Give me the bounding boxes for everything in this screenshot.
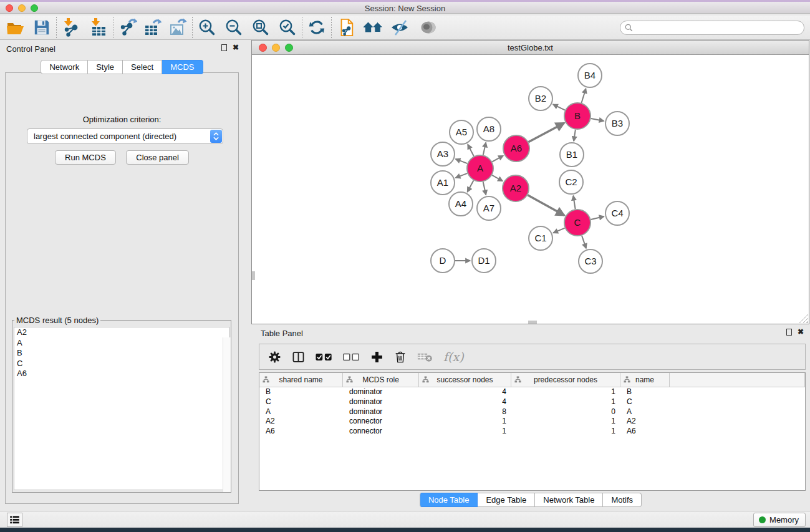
delete-table-button[interactable] <box>417 351 433 362</box>
graph-node-D1[interactable]: D1 <box>472 249 496 273</box>
import-network-button[interactable] <box>60 17 82 38</box>
graph-node-A[interactable]: A <box>467 155 493 181</box>
table-cell[interactable]: 1 <box>511 417 620 427</box>
table-cell[interactable]: A2 <box>259 417 343 427</box>
task-history-button[interactable] <box>7 513 22 527</box>
save-session-button[interactable] <box>31 17 52 38</box>
graph-node-C2[interactable]: C2 <box>559 170 583 194</box>
open-session-button[interactable] <box>5 17 26 38</box>
graph-node-A2[interactable]: A2 <box>503 175 529 201</box>
export-table-button[interactable] <box>142 17 163 38</box>
criterion-select[interactable]: largest connected component (directed) <box>27 128 223 144</box>
table-cell[interactable]: dominator <box>343 397 419 407</box>
graph-edge-A-A8[interactable] <box>483 142 486 155</box>
result-item[interactable]: A6 <box>14 369 229 379</box>
table-cell[interactable]: dominator <box>343 387 419 397</box>
graph-edge-A6-B[interactable] <box>528 123 564 142</box>
import-table-button[interactable] <box>88 17 109 38</box>
result-item[interactable]: A2 <box>14 327 229 338</box>
table-row[interactable]: A6connector11A6 <box>259 427 805 437</box>
tab-style[interactable]: Style <box>88 60 123 74</box>
graph-edge-A-A5[interactable] <box>468 145 474 157</box>
result-item[interactable]: B <box>14 348 229 359</box>
table-cell[interactable]: connector <box>343 417 419 427</box>
column-header-name[interactable]: name <box>620 373 670 387</box>
graph-edge-A-A3[interactable] <box>456 159 468 163</box>
column-header-shared-name[interactable]: shared name <box>259 373 343 387</box>
table-cell[interactable]: A6 <box>259 427 343 437</box>
graph-node-B2[interactable]: B2 <box>529 87 552 110</box>
tab-network-table[interactable]: Network Table <box>535 493 603 507</box>
tab-node-table[interactable]: Node Table <box>420 493 478 507</box>
zoom-selected-button[interactable] <box>277 17 298 38</box>
table-cell[interactable]: 0 <box>511 407 620 417</box>
deselect-all-checkboxes-button[interactable] <box>343 352 360 362</box>
table-cell[interactable]: connector <box>343 427 419 437</box>
table-cell[interactable]: B <box>259 387 343 397</box>
graph-edge-C-C3[interactable] <box>582 236 586 248</box>
tab-network[interactable]: Network <box>41 60 88 74</box>
graph-node-B1[interactable]: B1 <box>560 143 584 167</box>
column-header-mcds-role[interactable]: MCDS role <box>343 373 419 387</box>
show-graphics-details-button[interactable] <box>418 17 439 38</box>
table-cell[interactable]: 4 <box>419 397 511 407</box>
graph-edge-B-B4[interactable] <box>581 89 586 103</box>
graph-edge-B-B1[interactable] <box>574 130 576 141</box>
graph-edge-C-C4[interactable] <box>591 216 604 220</box>
graph-node-A6[interactable]: A6 <box>503 135 529 162</box>
graph-node-A3[interactable]: A3 <box>431 142 455 166</box>
close-panel-icon[interactable]: ✖ <box>233 44 239 51</box>
add-row-button[interactable] <box>370 351 383 364</box>
memory-button[interactable]: Memory <box>753 513 806 527</box>
graph-edge-A-A1[interactable] <box>456 173 468 178</box>
graph-edge-B-B2[interactable] <box>553 104 565 110</box>
graph-node-C3[interactable]: C3 <box>579 249 602 273</box>
table-cell[interactable]: 1 <box>511 387 620 397</box>
table-cell[interactable]: 1 <box>511 427 620 437</box>
graph-node-A4[interactable]: A4 <box>449 192 473 216</box>
tab-edge-table[interactable]: Edge Table <box>478 493 535 507</box>
export-image-button[interactable] <box>167 17 188 38</box>
column-header-successor-nodes[interactable]: successor nodes <box>419 373 511 387</box>
delete-row-button[interactable] <box>394 350 407 364</box>
table-cell[interactable]: A2 <box>620 417 670 427</box>
search-input[interactable] <box>633 24 804 32</box>
network-hscroll[interactable] <box>528 321 537 324</box>
zoom-in-button[interactable] <box>196 17 218 38</box>
search-field[interactable] <box>620 21 804 35</box>
float-panel-icon[interactable] <box>221 44 227 51</box>
table-options-button[interactable] <box>268 351 281 364</box>
graph-node-C4[interactable]: C4 <box>605 201 629 225</box>
close-table-panel-icon[interactable]: ✖ <box>798 329 804 336</box>
graph-edge-C-C2[interactable] <box>573 196 575 210</box>
result-item[interactable]: C <box>14 359 229 369</box>
table-cell[interactable]: 1 <box>419 417 511 427</box>
select-all-checkboxes-button[interactable] <box>316 352 332 362</box>
result-item[interactable]: A <box>14 338 229 349</box>
tab-mcds[interactable]: MCDS <box>162 60 203 74</box>
graph-node-C[interactable]: C <box>564 210 591 236</box>
table-cell[interactable]: 8 <box>419 407 511 417</box>
graph-node-A5[interactable]: A5 <box>450 120 473 144</box>
table-row[interactable]: A2connector11A2 <box>259 417 805 427</box>
zoom-fit-button[interactable] <box>250 17 271 38</box>
graph-edge-A2-C[interactable] <box>528 195 564 216</box>
graph-node-A1[interactable]: A1 <box>431 171 455 195</box>
show-columns-button[interactable] <box>292 351 305 364</box>
graph-edge-A-A6[interactable] <box>492 156 503 162</box>
network-canvas[interactable]: B4B2BB3A8A5A6A3B1AC2A1A2A4A7C4CC1DD1C3 <box>252 55 809 324</box>
table-cell[interactable]: C <box>620 397 670 407</box>
graph-node-B[interactable]: B <box>564 103 591 129</box>
table-cell[interactable]: A <box>259 407 343 417</box>
graph-node-A7[interactable]: A7 <box>477 196 501 220</box>
graph-node-B4[interactable]: B4 <box>578 64 602 87</box>
graph-edge-A-A7[interactable] <box>483 181 486 195</box>
result-scrollbar[interactable] <box>223 337 231 492</box>
network-vscroll[interactable] <box>252 271 255 280</box>
tab-select[interactable]: Select <box>123 60 162 74</box>
table-cell[interactable]: 4 <box>419 387 511 397</box>
float-table-panel-icon[interactable] <box>786 329 792 336</box>
table-cell[interactable]: B <box>620 387 670 397</box>
graph-edge-C-C1[interactable] <box>553 228 564 233</box>
run-mcds-button[interactable]: Run MCDS <box>55 150 116 165</box>
